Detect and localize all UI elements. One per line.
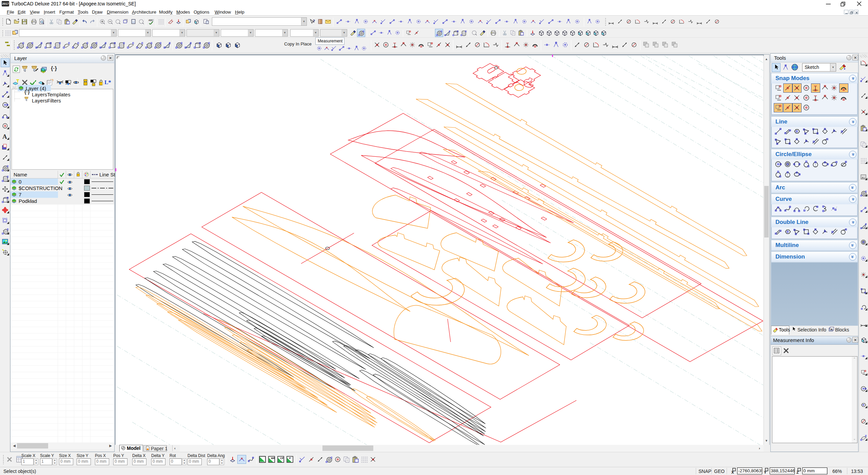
svg-text:Z: Z [796, 470, 799, 474]
svg-text:ABC: ABC [149, 19, 154, 22]
svg-text:F: F [289, 457, 291, 460]
svg-text:▦: ▦ [831, 328, 833, 330]
svg-text:X: X [731, 470, 734, 474]
svg-text:WP: WP [271, 457, 275, 460]
svg-text:?: ? [313, 19, 315, 23]
svg-text:Y: Y [764, 470, 767, 474]
svg-text:CP: CP [280, 457, 284, 460]
